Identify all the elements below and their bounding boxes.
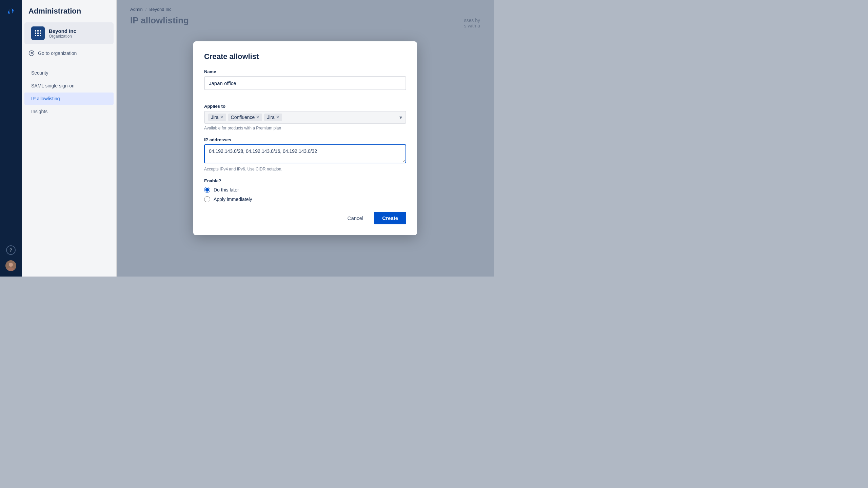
go-to-org-label: Go to organization [38, 50, 77, 56]
sidebar-item-ip-allowlisting[interactable]: IP allowlisting [24, 93, 114, 105]
svg-rect-7 [40, 33, 41, 34]
svg-rect-9 [37, 35, 39, 36]
sidebar-item-saml[interactable]: SAML single sign-on [24, 80, 114, 92]
chevron-down-icon: ▾ [399, 114, 402, 121]
tag-jira2-remove[interactable]: ✕ [276, 115, 279, 119]
tag-jira1-remove[interactable]: ✕ [220, 115, 223, 119]
svg-rect-6 [37, 33, 39, 34]
svg-rect-5 [35, 33, 36, 34]
tag-jira1[interactable]: Jira ✕ [208, 114, 226, 121]
user-avatar[interactable] [5, 260, 16, 271]
applies-to-dropdown[interactable]: Jira ✕ Confluence ✕ Jira ✕ ▾ [204, 111, 406, 124]
ip-hint: Accepts IPv4 and IPv6. Use CIDR notation… [204, 167, 406, 171]
svg-rect-4 [40, 30, 41, 32]
ip-addresses-group: IP addresses 04.192.143.0/28, 04.192.143… [204, 137, 406, 171]
org-name: Beyond Inc [49, 28, 76, 34]
svg-rect-10 [40, 35, 41, 36]
tag-jira2-label: Jira [267, 115, 275, 120]
tag-confluence[interactable]: Confluence ✕ [228, 114, 262, 121]
radio-do-later-input[interactable] [204, 187, 210, 193]
tag-jira1-label: Jira [211, 115, 219, 120]
name-input[interactable] [204, 76, 406, 90]
radio-do-later[interactable]: Do this later [204, 187, 406, 193]
modal-footer: Cancel Create [204, 212, 406, 224]
radio-apply-immediately-input[interactable] [204, 196, 210, 202]
ip-addresses-input[interactable]: 04.192.143.0/28, 04.192.143.0/16, 04.192… [204, 144, 406, 163]
main-content: Admin / Beyond Inc IP allowlisting sses … [117, 0, 494, 277]
ip-addresses-label: IP addresses [204, 137, 406, 142]
org-card[interactable]: Beyond Inc Organization [24, 22, 114, 44]
sidebar-item-security[interactable]: Security [24, 67, 114, 79]
premium-note: Available for products with a Premium pl… [204, 126, 406, 130]
svg-point-1 [7, 267, 14, 271]
nav-divider [22, 64, 116, 64]
tag-jira2[interactable]: Jira ✕ [264, 114, 282, 121]
atlassian-logo[interactable] [5, 5, 17, 18]
help-icon[interactable]: ? [6, 245, 16, 255]
radio-do-later-label: Do this later [214, 187, 239, 192]
enable-label: Enable? [204, 178, 406, 183]
applies-to-group: Applies to Jira ✕ Confluence ✕ Jira ✕ ▾ [204, 104, 406, 130]
svg-rect-3 [37, 30, 39, 32]
icon-bar: ? [0, 0, 22, 277]
modal-overlay: Create allowlist Name Applies to Jira ✕ … [117, 0, 494, 277]
radio-apply-immediately[interactable]: Apply immediately [204, 196, 406, 202]
modal-title: Create allowlist [204, 52, 406, 61]
svg-rect-2 [35, 30, 36, 32]
cancel-button[interactable]: Cancel [341, 212, 370, 224]
go-to-org-button[interactable]: Go to organization [22, 47, 116, 60]
create-button[interactable]: Create [374, 212, 406, 224]
name-label: Name [204, 69, 406, 74]
svg-rect-8 [35, 35, 36, 36]
tag-confluence-label: Confluence [231, 115, 255, 120]
org-type: Organization [49, 34, 76, 39]
applies-to-label: Applies to [204, 104, 406, 109]
svg-point-0 [9, 263, 13, 267]
modal-dialog: Create allowlist Name Applies to Jira ✕ … [193, 41, 417, 235]
org-icon [31, 26, 45, 40]
radio-apply-immediately-label: Apply immediately [214, 197, 252, 202]
sidebar-item-insights[interactable]: Insights [24, 105, 114, 118]
enable-group: Enable? Do this later Apply immediately [204, 178, 406, 202]
admin-title: Administration [22, 7, 116, 22]
left-nav: Administration Beyond Inc Organization [22, 0, 117, 277]
name-field-group: Name [204, 69, 406, 97]
tag-confluence-remove[interactable]: ✕ [256, 115, 259, 119]
